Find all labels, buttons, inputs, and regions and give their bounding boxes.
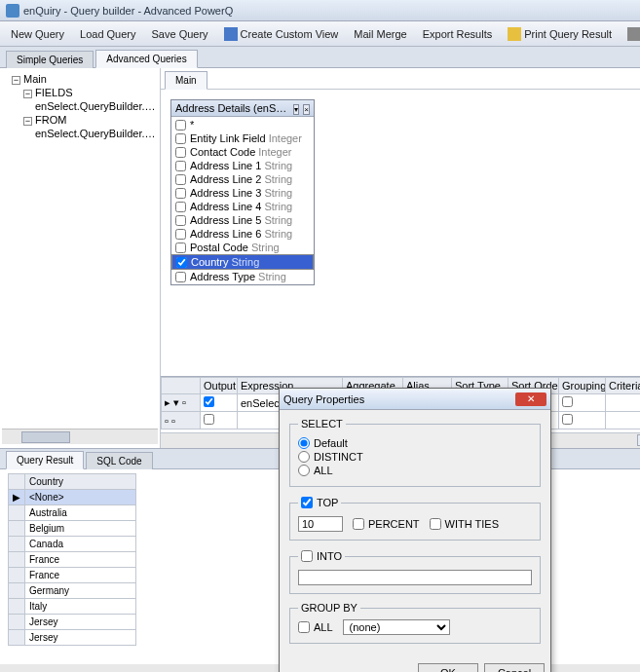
field-checkbox[interactable]	[175, 188, 186, 199]
percent-checkbox[interactable]	[353, 518, 364, 530]
table-box[interactable]: Address Details (enS… ▾ × *Entity Link F…	[170, 99, 315, 285]
radio-all-input[interactable]	[298, 465, 310, 476]
cancel-button[interactable]: Cancel	[484, 663, 545, 672]
ok-button[interactable]: OK	[418, 663, 478, 672]
mail-merge-button[interactable]: Mail Merge	[347, 25, 413, 43]
table-box-header[interactable]: Address Details (enS… ▾ ×	[171, 100, 314, 117]
cell-criteria[interactable]	[606, 412, 641, 429]
grid-header[interactable]	[162, 378, 201, 394]
result-row[interactable]: France	[9, 568, 136, 583]
field-checkbox[interactable]	[175, 272, 186, 282]
scrollbar-thumb[interactable]	[21, 431, 70, 443]
tree-node-main[interactable]: −Main	[2, 72, 158, 86]
result-header-country[interactable]: Country	[25, 474, 136, 490]
print-configuration-button[interactable]: Print Configuration	[621, 24, 640, 44]
tree-node-from[interactable]: −FROM	[2, 113, 158, 127]
print-query-result-button[interactable]: Print Query Result	[501, 24, 619, 44]
table-box-menu-button[interactable]: ▾	[293, 104, 299, 115]
table-box-close-button[interactable]: ×	[303, 104, 310, 115]
groupby-select[interactable]: (none)	[343, 619, 450, 635]
result-cell[interactable]: Australia	[25, 505, 136, 521]
radio-default-input[interactable]	[298, 437, 310, 449]
result-row[interactable]: Italy	[9, 599, 136, 615]
tree-node-from-child[interactable]: enSelect.QueryBuilder.[Addr	[2, 127, 158, 140]
top-value-input[interactable]	[298, 516, 343, 532]
output-checkbox[interactable]	[204, 414, 214, 425]
grid-header[interactable]: Grouping	[559, 378, 606, 394]
result-row[interactable]: Jersey	[9, 615, 136, 630]
new-query-button[interactable]: New Query	[4, 25, 71, 43]
groupby-all-label[interactable]: ALL	[298, 621, 333, 633]
field-checkbox[interactable]	[176, 257, 187, 268]
cell-output[interactable]	[201, 412, 238, 429]
table-field[interactable]: Address Line 1String	[171, 159, 314, 172]
save-query-button[interactable]: Save Query	[145, 25, 215, 43]
tree-node-fields[interactable]: −FIELDS	[2, 86, 158, 99]
grid-header[interactable]: Criteria	[606, 378, 641, 394]
collapse-icon[interactable]: −	[23, 117, 32, 126]
result-cell[interactable]: <None>	[25, 490, 136, 505]
cell-output[interactable]	[201, 394, 238, 412]
design-canvas[interactable]: Address Details (enS… ▾ × *Entity Link F…	[161, 90, 640, 376]
load-query-button[interactable]: Load Query	[73, 25, 142, 43]
result-cell[interactable]: France	[25, 568, 136, 583]
field-checkbox[interactable]	[175, 147, 186, 158]
result-cell[interactable]: Jersey	[25, 615, 136, 630]
table-field[interactable]: Address Line 3String	[171, 186, 314, 200]
result-row[interactable]: Germany	[9, 583, 136, 599]
tab-main[interactable]: Main	[165, 71, 207, 90]
result-cell[interactable]: Belgium	[25, 521, 136, 537]
table-field[interactable]: Address Line 6String	[171, 227, 314, 241]
grid-header[interactable]: Output	[201, 378, 238, 394]
field-checkbox[interactable]	[175, 133, 186, 144]
groupby-all-checkbox[interactable]	[298, 621, 310, 633]
tree-node-fields-child[interactable]: enSelect.QueryBuilder.[Addr	[2, 99, 158, 113]
table-field[interactable]: Address Line 4String	[171, 200, 314, 213]
cell-grouping[interactable]	[559, 394, 606, 412]
dialog-titlebar[interactable]: Query Properties ✕	[280, 389, 550, 410]
create-custom-view-button[interactable]: Create Custom View	[217, 24, 346, 44]
cell-criteria[interactable]	[606, 394, 641, 412]
grid-rowhead[interactable]: ▫ ▫	[162, 412, 201, 429]
radio-all[interactable]: ALL	[298, 465, 532, 476]
table-field[interactable]: Postal CodeString	[171, 241, 314, 254]
tab-sql-code[interactable]: SQL Code	[86, 452, 152, 469]
radio-distinct[interactable]: DISTINCT	[298, 451, 532, 463]
result-cell[interactable]: Canada	[25, 537, 136, 552]
collapse-icon[interactable]: −	[23, 90, 32, 98]
into-value-input[interactable]	[298, 570, 532, 585]
field-checkbox[interactable]	[175, 243, 186, 253]
field-checkbox[interactable]	[175, 229, 186, 240]
table-field[interactable]: Address Line 5String	[171, 213, 314, 227]
result-cell[interactable]: Jersey	[25, 630, 136, 646]
result-row[interactable]: Australia	[9, 505, 136, 521]
output-checkbox[interactable]	[204, 396, 214, 407]
result-row[interactable]: Jersey	[9, 630, 136, 646]
table-field[interactable]: Entity Link FieldInteger	[171, 131, 314, 145]
percent-checkbox-label[interactable]: PERCENT	[353, 518, 420, 530]
result-row[interactable]: ▶<None>	[9, 490, 136, 505]
dialog-close-button[interactable]: ✕	[515, 392, 546, 406]
table-field[interactable]: Contact CodeInteger	[171, 145, 314, 159]
field-checkbox[interactable]	[175, 215, 186, 226]
result-row[interactable]: Canada	[9, 537, 136, 552]
radio-distinct-input[interactable]	[298, 451, 310, 463]
table-field[interactable]: CountryString	[171, 254, 314, 270]
result-row[interactable]: France	[9, 552, 136, 568]
export-results-button[interactable]: Export Results	[416, 25, 500, 43]
field-checkbox[interactable]	[175, 174, 186, 185]
tree-hscrollbar[interactable]	[2, 429, 158, 444]
table-field[interactable]: Address Line 2String	[171, 172, 314, 186]
field-checkbox[interactable]	[175, 161, 186, 171]
result-table[interactable]: Country ▶<None>AustraliaBelgiumCanadaFra…	[8, 473, 136, 646]
query-tree[interactable]: −Main −FIELDS enSelect.QueryBuilder.[Add…	[2, 72, 158, 429]
table-field[interactable]: Address TypeString	[171, 270, 314, 283]
tab-query-result[interactable]: Query Result	[6, 451, 84, 469]
top-checkbox[interactable]	[301, 497, 313, 508]
collapse-icon[interactable]: −	[12, 76, 20, 85]
radio-default[interactable]: Default	[298, 437, 532, 449]
grid-rowhead[interactable]: ▸ ▾ ▫	[162, 394, 201, 412]
table-field[interactable]: *	[171, 118, 314, 131]
withties-checkbox-label[interactable]: WITH TIES	[430, 518, 499, 530]
result-cell[interactable]: France	[25, 552, 136, 568]
